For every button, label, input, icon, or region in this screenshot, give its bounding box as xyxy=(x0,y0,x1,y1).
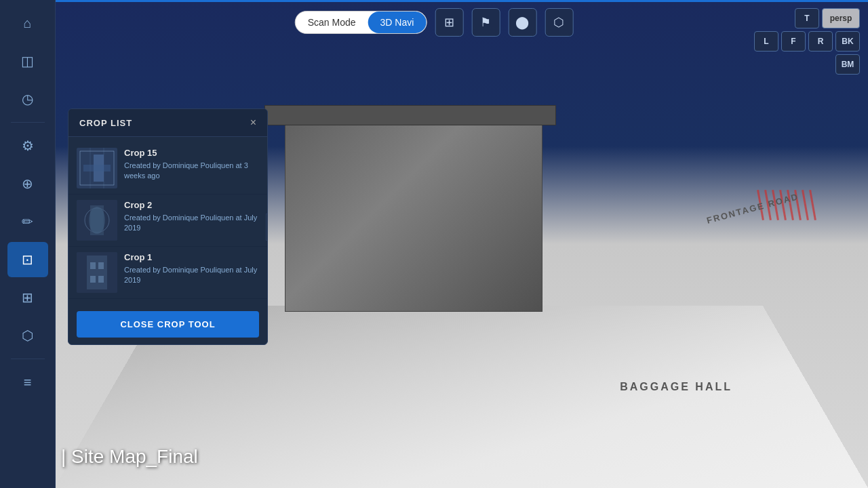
sidebar-item-crop[interactable]: ⊡ xyxy=(7,242,48,277)
crop-name-2: Crop 2 xyxy=(124,200,259,210)
view-nav-row-2: L F R BK xyxy=(754,31,860,52)
back-view-button[interactable]: BK xyxy=(835,31,860,52)
sidebar-item-compare[interactable]: ⊞ xyxy=(7,280,48,315)
stack-icon: ≡ xyxy=(24,375,32,390)
persp-view-button[interactable]: persp xyxy=(822,8,860,28)
sidebar-item-settings[interactable]: ⚙ xyxy=(7,128,48,163)
flag-button[interactable]: ⚑ xyxy=(471,8,500,37)
svg-rect-15 xyxy=(98,276,104,283)
sidebar: ⌂ ◫ ◷ ⚙ ⊕ ✏ ⊡ ⊞ ⬡ ≡ xyxy=(0,0,56,488)
sidebar-item-layers[interactable]: ◫ xyxy=(7,43,48,79)
right-view-button[interactable]: R xyxy=(808,31,833,52)
sidebar-item-home[interactable]: ⌂ xyxy=(7,5,48,41)
sidebar-item-edit[interactable]: ✏ xyxy=(7,204,48,239)
close-crop-tool-button[interactable]: CLOSE CROP TOOL xyxy=(77,311,259,338)
left-view-button[interactable]: L xyxy=(754,31,778,52)
svg-rect-12 xyxy=(90,262,96,269)
crop-panel-title: CROP LIST xyxy=(79,118,132,128)
panel-collapse-handle[interactable]: ‹ xyxy=(266,214,268,241)
view-nav-row-3: BM xyxy=(754,54,860,75)
gear-icon: ⚙ xyxy=(22,138,34,154)
crop-thumbnail-1 xyxy=(77,252,117,293)
sidebar-item-stack[interactable]: ≡ xyxy=(7,365,48,400)
crop-meta-1: Created by Dominique Pouliquen at July 2… xyxy=(124,265,259,286)
crop-name-1: Crop 1 xyxy=(124,252,259,262)
mode-toggle: Scan Mode 3D Navi xyxy=(295,11,427,34)
scan-mode-button[interactable]: Scan Mode xyxy=(296,12,368,33)
view-nav-row-1: T persp xyxy=(754,8,860,28)
crop-list-panel: CROP LIST × Crop 15 Created by Dominique… xyxy=(68,108,268,345)
camera-button[interactable]: ⬤ xyxy=(508,8,536,37)
crop-thumbnail-2 xyxy=(77,200,117,241)
top-view-button[interactable]: T xyxy=(795,8,819,28)
crop-info-2: Crop 2 Created by Dominique Pouliquen at… xyxy=(124,200,259,234)
share-toolbar-button[interactable]: ⬡ xyxy=(545,8,573,37)
crop-info-15: Crop 15 Created by Dominique Pouliquen a… xyxy=(124,148,259,182)
top-toolbar: Scan Mode 3D Navi ⊞ ⚑ ⬤ ⬡ xyxy=(295,8,574,37)
sidebar-item-history[interactable]: ◷ xyxy=(7,81,48,117)
crop-panel-header: CROP LIST × xyxy=(68,109,267,137)
crop-icon: ⊡ xyxy=(22,251,33,268)
loading-bar xyxy=(56,0,868,2)
crop-item-1[interactable]: Crop 1 Created by Dominique Pouliquen at… xyxy=(68,247,267,299)
svg-rect-13 xyxy=(98,262,104,269)
svg-rect-5 xyxy=(83,165,111,171)
building-roof xyxy=(264,105,556,125)
crop-name-15: Crop 15 xyxy=(124,148,259,158)
crop-list: Crop 15 Created by Dominique Pouliquen a… xyxy=(68,137,267,304)
sidebar-item-share[interactable]: ⬡ xyxy=(7,318,48,353)
flag-icon: ⚑ xyxy=(480,15,491,30)
svg-rect-14 xyxy=(90,276,96,283)
sidebar-divider-2 xyxy=(11,359,45,359)
home-icon: ⌂ xyxy=(23,16,31,31)
pencil-icon: ✏ xyxy=(22,214,33,230)
crop-thumbnail-15 xyxy=(77,148,117,188)
grid-icon: ⊞ xyxy=(444,15,454,30)
crop-panel-close-button[interactable]: × xyxy=(250,117,256,128)
view-navigation: T persp L F R BK BM xyxy=(754,8,860,75)
baggage-hall-label: BAGGAGE HALL xyxy=(620,381,732,393)
crop-item-2[interactable]: Crop 2 Created by Dominique Pouliquen at… xyxy=(68,195,267,247)
crop-info-1: Crop 1 Created by Dominique Pouliquen at… xyxy=(124,252,259,286)
building-3d xyxy=(285,122,542,312)
bottom-view-button[interactable]: BM xyxy=(835,54,860,75)
crop-meta-15: Created by Dominique Pouliquen at 3 week… xyxy=(124,161,259,182)
sidebar-item-location[interactable]: ⊕ xyxy=(7,166,48,201)
clock-icon: ◷ xyxy=(22,91,33,107)
camera-icon: ⬤ xyxy=(515,15,529,30)
sidebar-divider-1 xyxy=(11,122,45,123)
location-icon: ⊕ xyxy=(22,176,33,192)
watermark-label: | Site Map_Final xyxy=(61,446,198,468)
share-icon: ⬡ xyxy=(22,327,33,344)
svg-point-9 xyxy=(89,207,105,234)
svg-rect-11 xyxy=(87,256,107,289)
crop-meta-2: Created by Dominique Pouliquen at July 2… xyxy=(124,213,259,234)
3d-navi-button[interactable]: 3D Navi xyxy=(368,12,427,33)
layers-icon: ◫ xyxy=(21,53,34,69)
share-toolbar-icon: ⬡ xyxy=(553,15,564,30)
front-view-button[interactable]: F xyxy=(781,31,806,52)
compare-icon: ⊞ xyxy=(22,289,33,306)
grid-view-button[interactable]: ⊞ xyxy=(435,8,463,37)
crop-item-15[interactable]: Crop 15 Created by Dominique Pouliquen a… xyxy=(68,142,267,195)
